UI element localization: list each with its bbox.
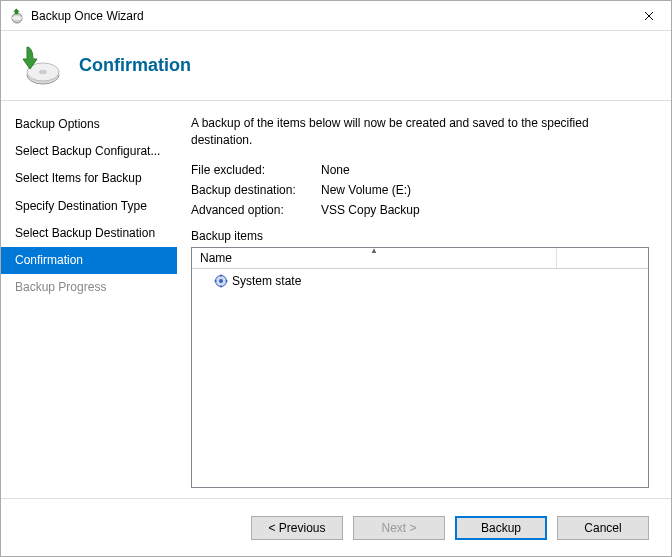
label-advanced-option: Advanced option: [191,203,321,217]
wizard-header-icon [19,45,61,87]
sidebar-item-backup-destination[interactable]: Select Backup Destination [1,220,177,247]
sidebar-item-backup-options[interactable]: Backup Options [1,111,177,138]
sidebar-item-confirmation[interactable]: Confirmation [1,247,177,274]
row-file-excluded: File excluded: None [191,163,649,177]
sidebar-item-destination-type[interactable]: Specify Destination Type [1,193,177,220]
titlebar: Backup Once Wizard [1,1,671,31]
value-advanced-option: VSS Copy Backup [321,203,649,217]
wizard-body: Backup Options Select Backup Configurat.… [1,101,671,498]
list-body: System state [192,269,648,487]
close-button[interactable] [626,1,671,30]
column-header-text: Name [200,251,232,265]
wizard-window: Backup Once Wizard Confirmation Backup O… [0,0,672,557]
label-file-excluded: File excluded: [191,163,321,177]
page-title: Confirmation [79,55,191,76]
list-item[interactable]: System state [194,273,646,289]
sidebar-item-select-config[interactable]: Select Backup Configurat... [1,138,177,165]
svg-point-6 [219,279,223,283]
app-icon [9,8,25,24]
column-header-name[interactable]: Name ▲ [192,248,557,268]
wizard-steps-sidebar: Backup Options Select Backup Configurat.… [1,101,177,498]
svg-point-4 [39,69,47,73]
sidebar-item-select-items[interactable]: Select Items for Backup [1,165,177,192]
previous-button[interactable]: < Previous [251,516,343,540]
gear-icon [214,274,228,288]
list-header[interactable]: Name ▲ [192,248,648,269]
list-item-text: System state [232,274,301,288]
value-file-excluded: None [321,163,649,177]
sidebar-item-backup-progress: Backup Progress [1,274,177,301]
wizard-content: A backup of the items below will now be … [177,101,671,498]
cancel-button[interactable]: Cancel [557,516,649,540]
sort-asc-icon: ▲ [370,246,378,255]
label-backup-destination: Backup destination: [191,183,321,197]
row-advanced-option: Advanced option: VSS Copy Backup [191,203,649,217]
svg-point-1 [12,16,22,20]
value-backup-destination: New Volume (E:) [321,183,649,197]
wizard-header: Confirmation [1,31,671,101]
column-header-spacer [557,248,648,268]
next-button: Next > [353,516,445,540]
backup-items-list[interactable]: Name ▲ System state [191,247,649,488]
backup-items-label: Backup items [191,229,649,243]
window-title: Backup Once Wizard [31,9,626,23]
row-backup-destination: Backup destination: New Volume (E:) [191,183,649,197]
description-text: A backup of the items below will now be … [191,115,649,149]
wizard-footer: < Previous Next > Backup Cancel [1,498,671,556]
backup-button[interactable]: Backup [455,516,547,540]
